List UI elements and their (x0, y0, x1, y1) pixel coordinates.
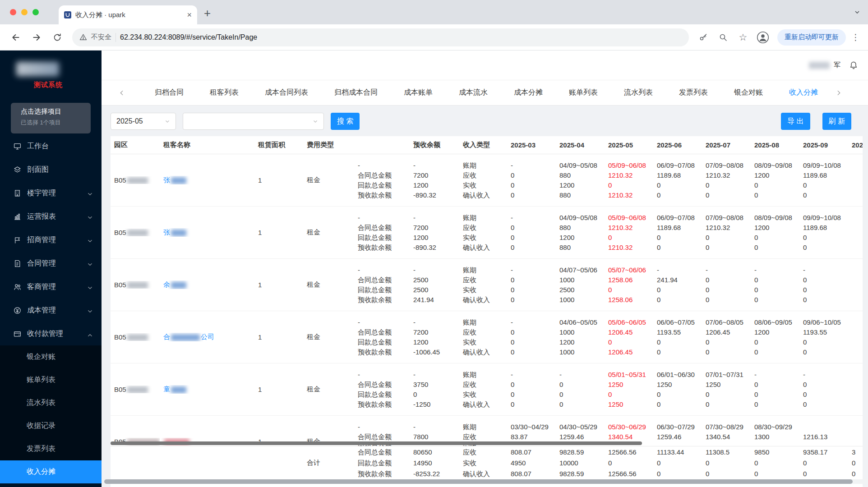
secondary-select[interactable] (183, 113, 324, 130)
sidebar-item-招商管理[interactable]: 招商管理 (0, 228, 102, 252)
cell-line: 9828.59 (559, 447, 603, 458)
cell-line: 1206.45 (608, 327, 651, 337)
col-header-2025-10: 2025-10 (849, 141, 863, 149)
cell-line: - (358, 422, 406, 432)
project-selector[interactable]: 点击选择项目 已选择 1个项目 (11, 103, 91, 133)
table-horizontal-scrollbar[interactable] (111, 441, 642, 445)
tenant-cell[interactable]: 合公司 (160, 333, 254, 341)
tab-账单列表[interactable]: 账单列表 (569, 88, 598, 97)
tab-成本账单[interactable]: 成本账单 (404, 88, 433, 97)
park-cell: B05 (111, 281, 160, 289)
sidebar-item-客商管理[interactable]: 客商管理 (0, 275, 102, 299)
sidebar-subitem-账单列表[interactable]: 账单列表 (0, 368, 102, 391)
new-tab-button[interactable]: + (204, 6, 211, 20)
cell-line: 1216.13 (803, 432, 846, 442)
sidebar-subitem-收据记录[interactable]: 收据记录 (0, 414, 102, 437)
notification-bell-icon[interactable] (849, 61, 858, 70)
tenant-cell[interactable]: 张 (160, 228, 254, 237)
tab-流水列表[interactable]: 流水列表 (624, 88, 653, 97)
search-button[interactable]: 搜 索 (331, 113, 360, 130)
browser-tab[interactable]: 收入分摊 · upark × (59, 5, 197, 24)
cell-line: 08/09~09/08 (754, 161, 798, 170)
tabs-scroll-right-icon[interactable] (836, 90, 846, 96)
back-icon[interactable] (6, 28, 25, 47)
export-button[interactable]: 导 出 (781, 113, 810, 130)
relaunch-update-button[interactable]: 重新启动即可更新 (777, 29, 846, 46)
tab-成本分摊[interactable]: 成本分摊 (514, 88, 543, 97)
sidebar-item-收付款管理[interactable]: 收付款管理 (0, 322, 102, 345)
tab-发票列表[interactable]: 发票列表 (679, 88, 708, 97)
cell-line: 7200 (413, 327, 456, 337)
month-cell-2025-09: -000 (800, 259, 849, 311)
tab-成本合同列表[interactable]: 成本合同列表 (265, 88, 308, 97)
balance-label-cell: -合同总金额回款总金额预收款余额 (354, 207, 410, 258)
cell-line: 12566.56 (608, 469, 651, 479)
username-suffix[interactable]: 军 (834, 61, 840, 69)
security-label[interactable]: 不安全 (91, 33, 111, 41)
tab-search-chevron-icon[interactable] (854, 9, 861, 18)
tab-归档成本合同[interactable]: 归档成本合同 (334, 88, 378, 97)
month-select[interactable]: 2025-05 (111, 113, 176, 130)
tenant-cell[interactable]: 童 (160, 385, 254, 394)
sidebar-item-成本管理[interactable]: 成本管理 (0, 299, 102, 322)
cell-line: 04/30~05/29 (559, 422, 603, 432)
close-tab-icon[interactable]: × (187, 11, 192, 19)
sidebar-item-工作台[interactable]: 工作台 (0, 134, 102, 158)
bookmark-star-icon[interactable]: ☆ (734, 28, 752, 46)
cell-line: 实收 (463, 337, 504, 347)
sidebar-subitem-银企对账[interactable]: 银企对账 (0, 345, 102, 368)
payments-icon (14, 330, 21, 338)
fullscreen-window-button[interactable] (32, 9, 39, 15)
browser-menu-icon[interactable]: ⋮ (850, 32, 862, 42)
page-horizontal-scrollbar[interactable] (104, 479, 853, 484)
cell-line: 12566.56 (608, 447, 651, 458)
income-type-cell: 账期应收实收确认收入 (459, 311, 508, 363)
url-text[interactable]: 62.234.80.224:8089/#/service/TakeIn/Page (120, 33, 257, 41)
tab-收入分摊[interactable]: 收入分摊 (789, 88, 818, 97)
cell-line: - (358, 161, 406, 170)
minimize-window-button[interactable] (21, 9, 28, 15)
tab-归档合同[interactable]: 归档合同 (155, 88, 184, 97)
cell-line: - (413, 265, 456, 275)
sidebar-item-剖面图[interactable]: 剖面图 (0, 158, 102, 181)
cell-line: 1200 (559, 337, 603, 347)
income-type-cell: 账期应收实收确认收入 (459, 259, 508, 311)
sidebar-item-运营报表[interactable]: 运营报表 (0, 205, 102, 228)
sidebar-subitem-发票列表[interactable]: 发票列表 (0, 437, 102, 460)
cell-line: 0 (608, 337, 651, 347)
cell-line: 06/09~07/08 (657, 161, 700, 170)
password-manager-key-icon[interactable] (694, 28, 712, 46)
month-cell-2025-07: 07/06~08/051206.4500 (703, 311, 752, 363)
forward-icon[interactable] (27, 28, 46, 47)
cell-line: 合同总金额 (358, 327, 406, 337)
redacted-park-text (127, 334, 148, 341)
tab-成本流水[interactable]: 成本流水 (459, 88, 488, 97)
cell-line: 应收 (463, 380, 504, 390)
tenant-cell[interactable]: 余 (160, 280, 254, 289)
tabs-scroll-left-icon[interactable] (119, 90, 129, 96)
close-window-button[interactable] (10, 9, 16, 15)
reload-icon[interactable] (48, 28, 67, 47)
sidebar-item-合同管理[interactable]: 合同管理 (0, 252, 102, 275)
rent-area-cell: 1 (254, 333, 303, 341)
refresh-button[interactable]: 刷 新 (822, 113, 851, 130)
zoom-icon[interactable] (714, 28, 732, 46)
sidebar-item-楼宇管理[interactable]: 楼宇管理 (0, 181, 102, 205)
month-cell-2025-06: 06/06~07/051193.5500 (654, 311, 703, 363)
cell-line: -890.32 (413, 190, 456, 200)
sidebar-subitem-流水列表[interactable]: 流水列表 (0, 391, 102, 414)
profile-avatar-icon[interactable] (754, 28, 772, 46)
cell-line (852, 432, 863, 442)
cell-line: 11308.5 (706, 447, 749, 458)
sidebar-subitem-收入分摊[interactable]: 收入分摊 (0, 460, 102, 483)
tab-租客列表[interactable]: 租客列表 (210, 88, 239, 97)
tenant-cell[interactable]: 张 (160, 176, 254, 184)
cell-line: 0 (657, 190, 700, 200)
cell-line: 0 (511, 285, 554, 295)
address-bar[interactable]: 不安全 62.234.80.224:8089/#/service/TakeIn/… (72, 28, 689, 46)
tab-银企对账[interactable]: 银企对账 (734, 88, 763, 97)
balance-label-cell: -合同总金额回款总金额预收款余额 (354, 259, 410, 311)
cell-line: 实收 (463, 390, 504, 400)
cell-line (852, 180, 863, 190)
cell-line (852, 400, 863, 409)
